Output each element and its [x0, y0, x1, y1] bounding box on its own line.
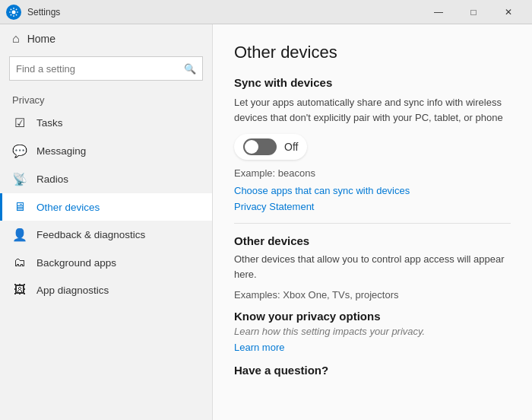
sync-section-title: Sync with devices: [234, 76, 511, 89]
sidebar-item-feedback[interactable]: 👤 Feedback & diagnostics: [0, 221, 212, 249]
toggle-label: Off: [284, 141, 298, 153]
minimize-button[interactable]: —: [421, 0, 456, 24]
sync-section-description: Let your apps automatically share and sy…: [234, 95, 511, 125]
sidebar-item-label-background-apps: Background apps: [36, 257, 116, 269]
window-controls: — □ ✕: [421, 0, 526, 24]
have-question-title: Have a question?: [234, 364, 511, 377]
other-devices-title: Other devices: [234, 234, 511, 247]
sidebar-item-label-app-diagnostics: App diagnostics: [36, 285, 109, 296]
sidebar-item-label-tasks: Tasks: [36, 117, 63, 129]
maximize-button[interactable]: □: [456, 0, 491, 24]
toggle-row[interactable]: Off: [234, 134, 307, 160]
sidebar-home[interactable]: ⌂ Home: [0, 24, 212, 53]
settings-icon-svg: [9, 8, 18, 17]
other-devices-icon: 🖥: [12, 200, 27, 214]
example-text: Example: beacons: [234, 167, 511, 179]
background-apps-icon: 🗂: [12, 256, 27, 269]
main-content: Other devices Sync with devices Let your…: [213, 24, 532, 420]
learn-more-link[interactable]: Learn more: [234, 342, 511, 353]
sidebar-item-messaging[interactable]: 💬 Messaging: [0, 137, 212, 165]
search-input[interactable]: [16, 63, 184, 75]
title-bar: Settings — □ ✕: [0, 0, 532, 24]
tasks-icon: ☑: [12, 116, 27, 130]
sidebar-item-label-messaging: Messaging: [36, 145, 86, 157]
search-icon: 🔍: [184, 63, 196, 75]
know-privacy-title: Know your privacy options: [234, 310, 511, 323]
sync-toggle[interactable]: [243, 138, 277, 155]
sidebar-item-app-diagnostics[interactable]: 🖼 App diagnostics: [0, 276, 212, 304]
sidebar-item-radios[interactable]: 📡 Radios: [0, 165, 212, 193]
close-button[interactable]: ✕: [491, 0, 526, 24]
home-label: Home: [27, 33, 55, 45]
sidebar-item-label-other-devices: Other devices: [36, 202, 100, 213]
sidebar-section-label: Privacy: [0, 87, 212, 109]
home-icon: ⌂: [12, 32, 20, 46]
sidebar-item-background-apps[interactable]: 🗂 Background apps: [0, 249, 212, 276]
window-title: Settings: [27, 7, 421, 18]
search-box[interactable]: 🔍: [9, 56, 203, 81]
feedback-icon: 👤: [12, 228, 27, 242]
examples-text: Examples: Xbox One, TVs, projectors: [234, 289, 511, 301]
messaging-icon: 💬: [12, 144, 27, 158]
privacy-statement-link[interactable]: Privacy Statement: [234, 201, 511, 212]
sidebar-item-tasks[interactable]: ☑ Tasks: [0, 109, 212, 137]
divider-1: [234, 223, 511, 224]
app-icon: [6, 5, 21, 20]
privacy-desc: Learn how this setting impacts your priv…: [234, 326, 511, 337]
sidebar-item-label-feedback: Feedback & diagnostics: [36, 229, 145, 240]
sidebar: ⌂ Home 🔍 Privacy ☑ Tasks 💬 Messaging 📡 R…: [0, 24, 213, 420]
sidebar-item-other-devices[interactable]: 🖥 Other devices: [0, 193, 212, 221]
other-devices-description: Other devices that allow you to control …: [234, 252, 511, 282]
page-title: Other devices: [234, 43, 511, 62]
app-diagnostics-icon: 🖼: [12, 283, 27, 297]
sidebar-item-label-radios: Radios: [36, 173, 68, 185]
choose-apps-link[interactable]: Choose apps that can sync with devices: [234, 185, 511, 196]
svg-point-0: [12, 10, 16, 14]
app-body: ⌂ Home 🔍 Privacy ☑ Tasks 💬 Messaging 📡 R…: [0, 24, 532, 420]
radios-icon: 📡: [12, 172, 27, 186]
